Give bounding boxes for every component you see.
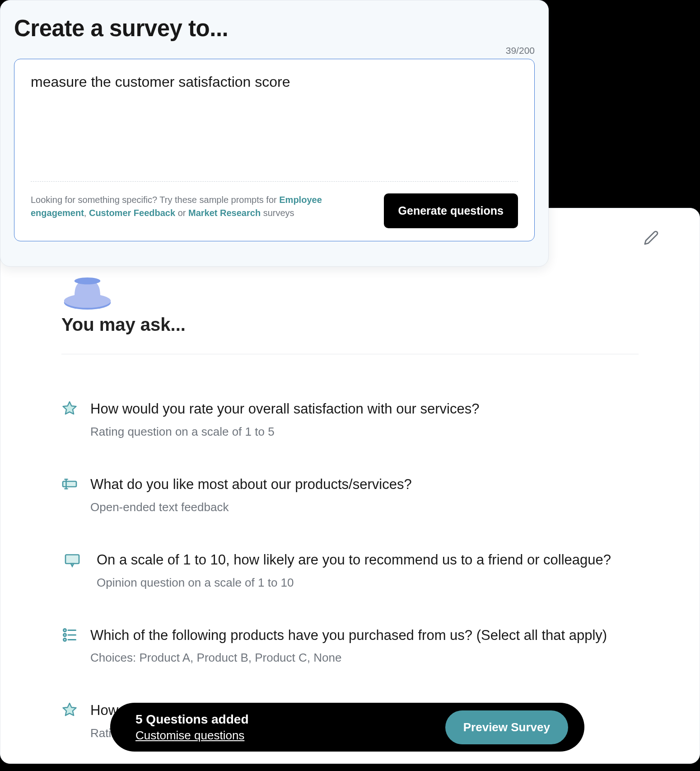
svg-point-9 [64,629,66,631]
prompt-hint: Looking for something specific? Try thes… [31,193,356,220]
suggestions-heading: You may ask... [61,315,639,335]
hint-text: Looking for something specific? Try thes… [31,195,279,205]
suggested-question[interactable]: Which of the following products have you… [61,626,639,665]
hint-suffix: surveys [261,208,294,218]
star-icon [61,702,78,718]
svg-marker-8 [71,564,74,566]
customise-questions-link[interactable]: Customise questions [135,729,244,742]
question-description: Opinion question on a scale of 1 to 10 [97,576,639,590]
dashed-separator [31,181,518,182]
char-counter: 39/200 [14,45,535,56]
svg-point-13 [64,638,66,641]
pencil-icon [644,239,659,247]
text-input-icon [61,476,78,492]
star-icon [61,400,78,417]
question-description: Rating question on a scale of 1 to 5 [90,425,639,439]
suggested-question[interactable]: What do you like most about our products… [61,475,639,514]
toast-title: 5 Questions added [135,712,249,727]
questions-added-toast: 5 Questions added Customise questions Pr… [110,703,584,752]
prompt-card: Create a survey to... 39/200 measure the… [0,0,549,267]
multiple-choice-icon [61,627,78,643]
sample-prompt-link-market[interactable]: Market Research [188,208,261,218]
preview-survey-button[interactable]: Preview Survey [445,710,568,744]
question-title: What do you like most about our products… [90,475,639,494]
edit-button[interactable] [644,230,659,245]
magic-hat-icon [61,267,113,310]
hint-sep: or [175,208,188,218]
svg-rect-3 [63,481,76,487]
question-description: Choices: Product A, Product B, Product C… [90,651,639,665]
prompt-input-container: measure the customer satisfaction score … [14,59,535,241]
survey-goal-input[interactable]: measure the customer satisfaction score [31,72,518,181]
generate-questions-button[interactable]: Generate questions [384,193,518,228]
sample-prompt-link-customer[interactable]: Customer Feedback [89,208,175,218]
hint-sep: , [84,208,89,218]
opinion-scale-icon [64,551,80,568]
svg-point-11 [64,634,66,636]
question-title: On a scale of 1 to 10, how likely are yo… [97,550,639,569]
suggested-question[interactable]: How would you rate your overall satisfac… [61,400,639,439]
divider [61,354,639,354]
prompt-heading: Create a survey to... [14,15,535,42]
question-title: Which of the following products have you… [90,626,639,645]
svg-rect-7 [65,555,79,564]
results-card: You may ask... How would you rate your o… [0,208,700,764]
suggested-question[interactable]: On a scale of 1 to 10, how likely are yo… [61,550,639,590]
question-description: Open-ended text feedback [90,500,639,514]
question-title: How would you rate your overall satisfac… [90,400,639,418]
svg-point-2 [75,277,100,284]
